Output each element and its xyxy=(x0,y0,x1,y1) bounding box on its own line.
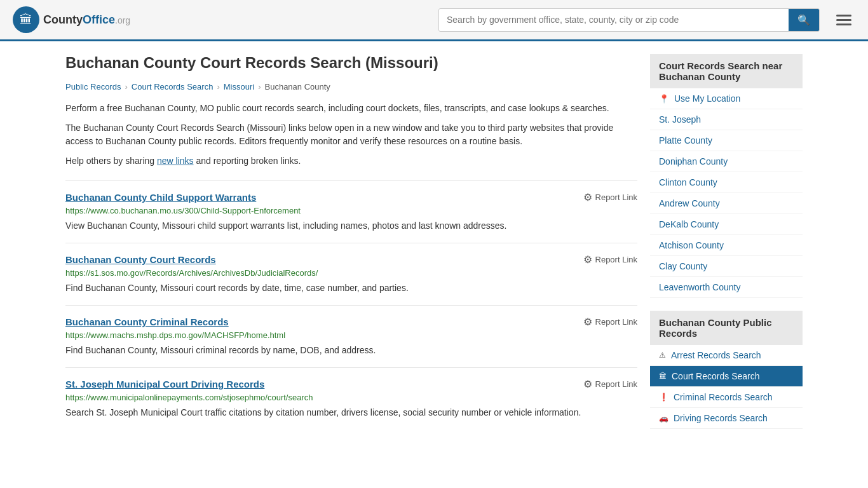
nearby-title: Court Records Search near Buchanan Count… xyxy=(650,54,803,88)
nearby-item-1[interactable]: St. Joseph xyxy=(650,109,803,130)
nearby-item-6[interactable]: DeKalb County xyxy=(650,214,803,235)
search-icon: 🔍 xyxy=(797,15,810,25)
nearby-item-label-5[interactable]: Andrew County xyxy=(659,198,720,208)
nearby-item-4[interactable]: Clinton County xyxy=(650,172,803,193)
record-header-1: Buchanan County Court Records ⚙ Report L… xyxy=(65,254,637,266)
description-2: The Buchanan County Court Records Search… xyxy=(65,121,637,148)
breadcrumb-public-records[interactable]: Public Records xyxy=(65,82,121,92)
record-title-0[interactable]: Buchanan County Child Support Warrants xyxy=(65,192,256,203)
nearby-items: Use My LocationSt. JosephPlatte CountyDo… xyxy=(650,88,803,298)
public-records-item-0[interactable]: ⚠Arrest Records Search xyxy=(650,345,803,366)
record-desc-0: View Buchanan County, Missouri child sup… xyxy=(65,219,637,233)
left-content: Buchanan County Court Records Search (Mi… xyxy=(65,54,637,442)
nearby-item-label-1[interactable]: St. Joseph xyxy=(659,114,701,125)
description-area: Perform a free Buchanan County, MO publi… xyxy=(65,102,637,168)
report-link-btn-0[interactable]: ⚙ Report Link xyxy=(583,191,637,203)
report-link-icon-2: ⚙ xyxy=(583,316,592,328)
logo-icon: 🏛 xyxy=(13,6,39,33)
record-desc-2: Find Buchanan County, Missouri criminal … xyxy=(65,344,637,357)
nearby-item-label-9[interactable]: Leavenworth County xyxy=(659,282,740,292)
nearby-item-label-4[interactable]: Clinton County xyxy=(659,177,717,187)
main-content: Buchanan County Court Records Search (Mi… xyxy=(53,41,815,454)
report-link-btn-3[interactable]: ⚙ Report Link xyxy=(583,378,637,390)
car-icon: 🚗 xyxy=(659,414,668,423)
report-link-btn-1[interactable]: ⚙ Report Link xyxy=(583,254,637,266)
menu-button[interactable] xyxy=(832,11,855,29)
record-url-1[interactable]: https://s1.sos.mo.gov/Records/Archives/A… xyxy=(65,268,637,278)
exclaim-icon: ❗ xyxy=(659,393,668,402)
public-records-item-label-3: Driving Records Search xyxy=(674,413,768,423)
nearby-item-9[interactable]: Leavenworth County xyxy=(650,277,803,298)
right-sidebar: Court Records Search near Buchanan Count… xyxy=(650,54,803,442)
public-records-items: ⚠Arrest Records Search🏛Court Records Sea… xyxy=(650,345,803,429)
page-title: Buchanan County Court Records Search (Mi… xyxy=(65,54,637,72)
record-title-3[interactable]: St. Joseph Municipal Court Driving Recor… xyxy=(65,379,264,390)
pin-icon xyxy=(659,94,669,104)
record-entry-1: Buchanan County Court Records ⚙ Report L… xyxy=(65,243,637,305)
record-header-2: Buchanan County Criminal Records ⚙ Repor… xyxy=(65,316,637,328)
logo-text: CountyOffice.org xyxy=(43,13,130,27)
report-link-label-0: Report Link xyxy=(595,193,637,202)
nearby-item-8[interactable]: Clay County xyxy=(650,256,803,277)
public-records-item-label-1: Court Records Search xyxy=(672,371,760,381)
site-header: 🏛 CountyOffice.org 🔍 xyxy=(0,0,868,41)
report-link-btn-2[interactable]: ⚙ Report Link xyxy=(583,316,637,328)
nearby-item-label-6[interactable]: DeKalb County xyxy=(659,219,719,229)
description-3-after: and reporting broken links. xyxy=(194,156,301,166)
record-entry-3: St. Joseph Municipal Court Driving Recor… xyxy=(65,367,637,430)
logo-office: Office xyxy=(83,13,115,26)
nearby-item-7[interactable]: Atchison County xyxy=(650,235,803,256)
public-records-title: Buchanan County Public Records xyxy=(650,311,803,345)
building-icon: 🏛 xyxy=(659,372,667,381)
report-link-label-2: Report Link xyxy=(595,317,637,327)
nearby-item-label-2[interactable]: Platte County xyxy=(659,135,712,146)
public-records-item-1[interactable]: 🏛Court Records Search xyxy=(650,366,803,387)
nearby-section: Court Records Search near Buchanan Count… xyxy=(650,54,803,298)
nearby-item-label-7[interactable]: Atchison County xyxy=(659,240,724,250)
menu-bar-3 xyxy=(836,24,851,25)
record-url-0[interactable]: https://www.co.buchanan.mo.us/300/Child-… xyxy=(65,206,637,215)
record-entry-0: Buchanan County Child Support Warrants ⚙… xyxy=(65,180,637,243)
breadcrumb-missouri[interactable]: Missouri xyxy=(224,82,254,92)
record-title-1[interactable]: Buchanan County Court Records xyxy=(65,254,216,265)
record-desc-3: Search St. Joseph Municipal Court traffi… xyxy=(65,406,637,419)
nearby-item-0[interactable]: Use My Location xyxy=(650,88,803,109)
nearby-item-2[interactable]: Platte County xyxy=(650,130,803,151)
record-header-3: St. Joseph Municipal Court Driving Recor… xyxy=(65,378,637,390)
record-header-0: Buchanan County Child Support Warrants ⚙… xyxy=(65,191,637,203)
report-link-icon-3: ⚙ xyxy=(583,378,592,390)
logo-org: .org xyxy=(115,15,130,25)
records-list: Buchanan County Child Support Warrants ⚙… xyxy=(65,180,637,430)
nearby-item-3[interactable]: Doniphan County xyxy=(650,151,803,172)
nearby-item-label-8[interactable]: Clay County xyxy=(659,261,707,271)
new-links-link[interactable]: new links xyxy=(157,156,194,166)
public-records-item-3[interactable]: 🚗Driving Records Search xyxy=(650,408,803,429)
record-entry-2: Buchanan County Criminal Records ⚙ Repor… xyxy=(65,305,637,367)
description-1: Perform a free Buchanan County, MO publi… xyxy=(65,102,637,115)
public-records-item-2[interactable]: ❗Criminal Records Search xyxy=(650,387,803,408)
breadcrumb-sep-2: › xyxy=(217,82,219,92)
record-desc-1: Find Buchanan County, Missouri court rec… xyxy=(65,281,637,295)
logo[interactable]: 🏛 CountyOffice.org xyxy=(13,6,130,33)
public-records-item-label-2: Criminal Records Search xyxy=(674,392,773,402)
search-bar: 🔍 xyxy=(438,8,820,32)
breadcrumb-sep-3: › xyxy=(258,82,261,92)
nearby-item-label-3[interactable]: Doniphan County xyxy=(659,156,728,166)
breadcrumb-current: Buchanan County xyxy=(265,82,330,92)
menu-bar-1 xyxy=(836,15,851,17)
record-url-2[interactable]: https://www.machs.mshp.dps.mo.gov/MACHSF… xyxy=(65,330,637,340)
breadcrumb-sep-1: › xyxy=(125,82,127,92)
record-title-2[interactable]: Buchanan County Criminal Records xyxy=(65,316,229,327)
report-link-label-3: Report Link xyxy=(595,379,637,389)
nearby-item-label-0[interactable]: Use My Location xyxy=(674,93,740,104)
report-link-label-1: Report Link xyxy=(595,255,637,264)
report-link-icon-1: ⚙ xyxy=(583,254,592,266)
record-url-3[interactable]: https://www.municipalonlinepayments.com/… xyxy=(65,393,637,402)
breadcrumb-court-records[interactable]: Court Records Search xyxy=(132,82,214,92)
description-3: Help others by sharing new links and rep… xyxy=(65,154,637,168)
public-records-section: Buchanan County Public Records ⚠Arrest R… xyxy=(650,311,803,429)
search-input[interactable] xyxy=(439,10,789,30)
search-button[interactable]: 🔍 xyxy=(789,9,819,31)
nearby-item-5[interactable]: Andrew County xyxy=(650,193,803,214)
report-link-icon-0: ⚙ xyxy=(583,191,592,203)
